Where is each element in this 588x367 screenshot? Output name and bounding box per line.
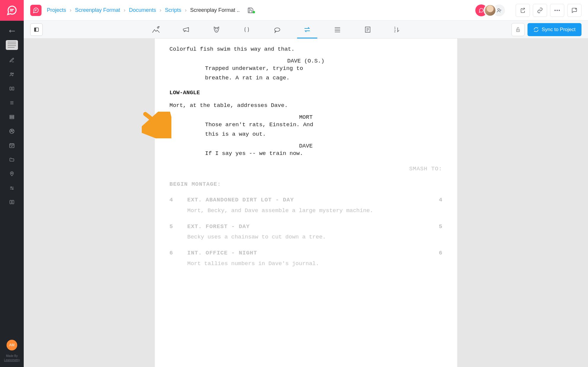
dialogue-line[interactable]: this is a way out. [187,131,342,138]
scene-description[interactable]: Mort, Becky, and Dave assemble a large m… [187,207,442,215]
comments-icon[interactable] [567,4,581,17]
arrow-annotation-icon [142,112,171,138]
header-logo[interactable] [30,5,42,16]
parenthetical-icon[interactable] [240,22,253,37]
lock-icon[interactable] [511,23,525,36]
toggle-sidebar-icon[interactable] [30,23,43,36]
scene-row[interactable]: 6 INT. OFFICE - NIGHT 6 [170,249,442,257]
svg-rect-10 [10,144,14,148]
dialogue-line[interactable]: If I say yes -- we train now. [187,150,342,158]
svg-rect-21 [34,28,36,31]
split-view-icon[interactable] [4,82,20,95]
scene-description[interactable]: Becky uses a chainsaw to cut down a tree… [187,233,442,241]
chevron-right-icon: › [160,7,161,13]
calendar-check-icon[interactable] [4,139,20,152]
action-line[interactable]: Colorful fish swim this way and that. [170,46,442,53]
script-page[interactable]: Colorful fish swim this way and that. DA… [155,39,457,367]
montage-begin[interactable]: BEGIN MONTAGE: [170,181,442,188]
scene-number-left: 4 [170,196,179,204]
scene-heading[interactable]: EXT. ABANDONED DIRT LOT - DAY [187,196,425,204]
editor-toolbar: 12 Sync to Project [24,21,588,39]
back-arrow-icon[interactable] [4,24,20,38]
transition-icon[interactable] [301,22,314,37]
made-by-footer: Made By Leanometry [4,354,20,362]
mask-icon[interactable] [210,22,223,37]
export-icon[interactable] [516,4,530,17]
app-header: Projects › Screenplay Format › Documents… [24,0,588,21]
svg-point-19 [559,10,560,11]
svg-point-16 [498,9,500,10]
scene-row[interactable]: 5 EXT. FOREST - DAY 5 [170,223,442,231]
breadcrumb-link-projects[interactable]: Projects [47,7,66,13]
justify-icon[interactable] [331,22,344,37]
character-cue[interactable]: MORT [229,114,383,121]
document-area[interactable]: Colorful fish swim this way and that. DA… [24,39,588,367]
svg-text:2: 2 [394,30,396,33]
svg-rect-6 [10,115,14,116]
scene-description[interactable]: Mort tallies numbers in Dave's journal. [187,260,442,268]
svg-point-12 [11,187,12,188]
book-icon[interactable] [4,195,20,209]
svg-point-18 [557,10,558,11]
scene-row[interactable]: 4 EXT. ABANDONED DIRT LOT - DAY 4 [170,196,442,204]
chevron-right-icon: › [124,7,125,13]
scene-number-left: 5 [170,223,179,231]
left-rail: AM Made By Leanometry [0,0,24,367]
breadcrumb-link-scripts[interactable]: Scripts [165,7,181,13]
collaborator-avatars [478,4,505,16]
dialogue-icon[interactable] [270,22,283,37]
scene-number-right: 6 [434,249,442,257]
sync-to-project-button[interactable]: Sync to Project [528,23,581,36]
list-icon[interactable] [4,96,20,110]
scene-number-right: 5 [434,223,442,231]
scene-heading[interactable]: EXT. FOREST - DAY [187,223,425,231]
sliders-icon[interactable] [4,181,20,195]
megaphone-icon[interactable] [180,22,193,37]
rows-icon[interactable] [4,110,20,124]
svg-point-3 [12,73,14,74]
edit-icon[interactable] [4,53,20,67]
svg-text:1: 1 [394,26,396,30]
sync-icon [533,27,539,32]
transition-line[interactable]: SMASH TO: [170,165,442,173]
shot-heading[interactable]: LOW-ANGLE [170,89,442,97]
svg-point-23 [159,26,159,27]
svg-point-24 [215,28,216,29]
chevron-right-icon: › [70,7,71,13]
breadcrumb-link-screenplay-format[interactable]: Screenplay Format [75,7,120,13]
location-pin-icon[interactable] [4,167,20,181]
svg-point-30 [518,30,518,31]
svg-point-2 [11,73,12,74]
action-line[interactable]: Mort, at the table, addresses Dave. [170,102,442,110]
breadcrumb-current: Screenplay Format .. [190,7,240,13]
user-avatar[interactable]: AM [7,340,17,350]
svg-rect-7 [10,117,14,118]
svg-point-11 [11,173,12,174]
folder-icon[interactable] [4,153,20,166]
character-cue[interactable]: DAVE (O.S.) [229,57,383,65]
svg-rect-5 [12,87,14,90]
link-icon[interactable] [533,4,547,17]
note-icon[interactable] [361,22,374,37]
user-face-avatar[interactable] [484,4,496,16]
scene-heading[interactable]: INT. OFFICE - NIGHT [187,249,425,257]
numbered-list-icon[interactable]: 12 [391,22,404,37]
character-cue[interactable]: DAVE [229,142,383,150]
dialogue-line[interactable]: breathe. A rat in a cage. [187,74,342,82]
aperture-icon[interactable] [4,124,20,138]
scene-number-right: 4 [434,196,442,204]
svg-point-17 [554,10,556,11]
more-icon[interactable] [550,4,564,17]
brand-logo[interactable] [0,0,24,21]
page-thumbnail[interactable] [6,40,18,50]
dialogue-line[interactable]: Trapped underwater, trying to [187,65,342,73]
dialogue-line[interactable]: Those aren't rats, Einstein. And [187,121,342,129]
scene-image-icon[interactable] [149,22,162,37]
svg-rect-8 [10,118,14,119]
chevron-right-icon: › [185,7,187,13]
breadcrumb-link-documents[interactable]: Documents [129,7,156,13]
people-icon[interactable] [4,68,20,81]
svg-point-25 [217,28,218,29]
save-icon[interactable] [247,7,255,14]
breadcrumb: Projects › Screenplay Format › Documents… [47,7,240,13]
